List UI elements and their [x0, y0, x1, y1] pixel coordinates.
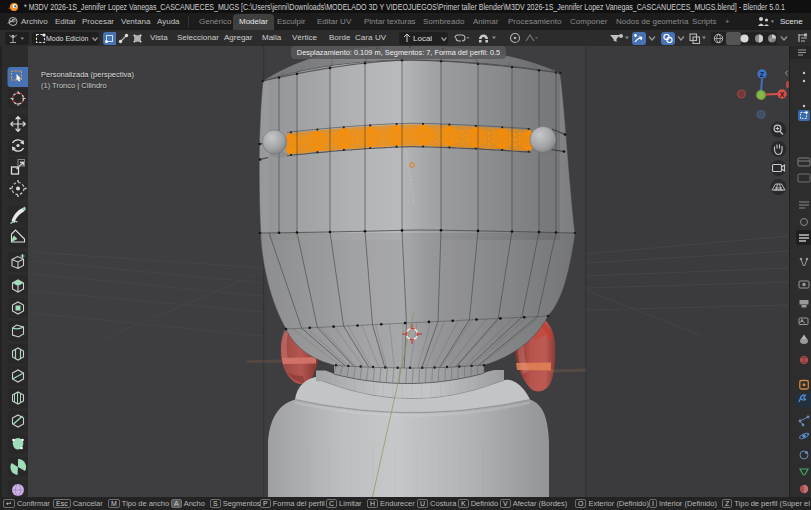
- svg-text:Z: Z: [760, 71, 765, 78]
- svg-text:X: X: [780, 91, 785, 98]
